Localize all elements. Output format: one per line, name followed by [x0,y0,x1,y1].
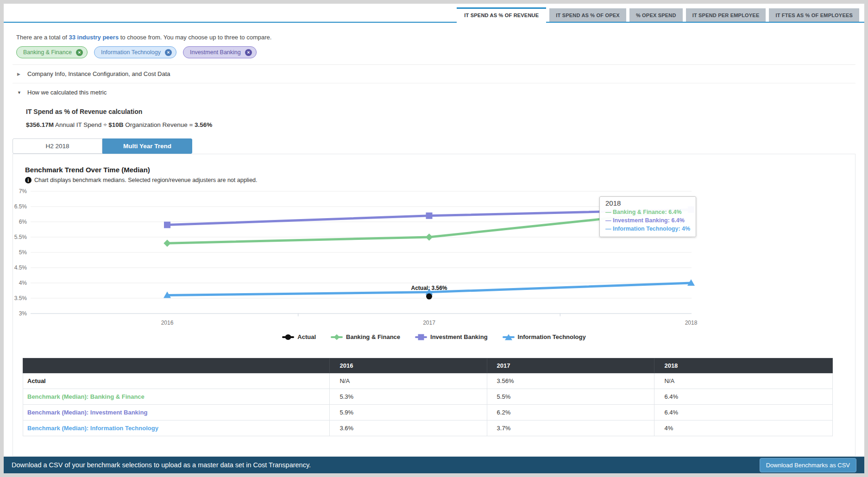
legend-diamond-marker [331,334,343,340]
formula-segment: $356.17M [26,121,54,128]
table-cell: 5.9% [330,405,487,421]
tooltip-item: — Banking & Finance: 6.4% [605,208,690,216]
calculation-formula: $356.17M Annual IT Spend ÷ $10B Organiza… [26,121,855,128]
chart-note: Chart displays benchmark medians. Select… [25,177,855,183]
svg-text:2016: 2016 [161,320,174,326]
chevron-right-icon: ▶ [17,72,22,76]
chip-remove-icon[interactable]: ✕ [165,49,172,56]
table-col-2018: 2018 [654,358,833,373]
peer-chip-investment-banking[interactable]: Investment Banking✕ [183,46,257,58]
legend-label: Investment Banking [430,333,488,340]
table-cell: 6.2% [487,405,654,421]
table-cell: 3.56% [487,373,654,389]
section-company-info[interactable]: ▶ Company Info, Instance Configuration, … [13,64,855,83]
legend-square-marker [415,334,427,340]
calculation-block: IT Spend as % of Revenue calculation $35… [26,108,855,128]
tooltip-item: — Investment Banking: 6.4% [605,216,690,225]
table-cell: 3.6% [330,421,487,436]
table-cell: 4% [654,421,833,436]
tab-it-spend-per-employee[interactable]: IT SPEND PER EMPLOYEE [686,8,766,22]
trend-chart[interactable]: 7%6.5%6%5.5%5%4.5%4%3.5%3%201620172018Ac… [13,186,855,329]
tab-opex-spend[interactable]: % OPEX SPEND [629,8,683,22]
peer-chips: Banking & Finance✕Information Technology… [16,46,855,58]
row-label: Benchmark (Median): Information Technolo… [23,421,330,436]
formula-segment: Annual IT Spend ÷ [54,121,108,128]
table-cell: 5.3% [330,389,487,405]
svg-text:5%: 5% [19,249,27,256]
table-header-row: 201620172018 [23,358,833,373]
formula-segment: Organization Revenue = [124,121,195,128]
svg-text:Actual: 3.56%: Actual: 3.56% [411,285,447,291]
table-col-labels [23,358,330,373]
svg-text:5.5%: 5.5% [14,234,27,240]
toggle-multi-year-trend[interactable]: Multi Year Trend [102,138,192,154]
svg-text:2017: 2017 [423,320,435,326]
chip-label: Banking & Finance [23,49,72,56]
chart-title: Benchmark Trend Over Time (Median) [25,166,855,174]
legend-marker-shape [285,334,291,340]
table-cell: N/A [654,373,833,389]
chip-label: Information Technology [101,49,161,56]
section-company-info-label: Company Info, Instance Configuration, an… [27,70,170,77]
period-toggle: H2 2018Multi Year Trend [13,138,192,154]
toggle-h2-2018[interactable]: H2 2018 [13,138,102,154]
table-cell: 6.4% [654,389,833,405]
legend-triangle-marker [503,334,515,340]
benchmark-table: 201620172018ActualN/A3.56%N/ABenchmark (… [23,358,833,436]
peer-chip-information-technology[interactable]: Information Technology✕ [94,46,176,58]
section-how-calculated-label: How we calculated this metric [27,89,107,96]
peer-chip-banking-finance[interactable]: Banking & Finance✕ [16,46,88,58]
table-row-benchmark-median-investment-banking: Benchmark (Median): Investment Banking5.… [23,405,833,421]
chart-tooltip: 2018— Banking & Finance: 6.4%— Investmen… [599,196,696,237]
table-row-benchmark-median-banking-finance: Benchmark (Median): Banking & Finance5.3… [23,389,833,405]
table-cell: 3.7% [487,421,654,436]
table-col-2017: 2017 [487,358,654,373]
legend-circle-marker [282,334,294,340]
legend-marker-shape [418,334,424,340]
table-cell: 6.4% [654,405,833,421]
svg-text:4.5%: 4.5% [14,264,27,271]
legend-label: Banking & Finance [346,333,400,340]
footer-bar: Download a CSV of your benchmark selecti… [4,457,864,473]
tooltip-title: 2018 [605,199,690,207]
svg-text:4%: 4% [19,280,27,286]
svg-text:7%: 7% [19,188,27,195]
legend-label: Actual [297,333,316,340]
chip-remove-icon[interactable]: ✕ [76,49,83,56]
info-icon [25,177,31,183]
legend-item-investment-banking[interactable]: Investment Banking [415,333,488,340]
calculation-title: IT Spend as % of Revenue calculation [26,108,855,115]
download-csv-button[interactable]: Download Benchmarks as CSV [760,458,856,472]
table-cell: N/A [330,373,487,389]
formula-segment: 3.56% [195,121,212,128]
chart-canvas[interactable]: 7%6.5%6%5.5%5%4.5%4%3.5%3%201620172018Ac… [13,186,855,329]
section-how-calculated[interactable]: ▼ How we calculated this metric [13,83,855,101]
legend-marker-shape [505,334,512,340]
chart-svg[interactable]: 7%6.5%6%5.5%5%4.5%4%3.5%3%201620172018Ac… [13,186,863,329]
chip-label: Investment Banking [190,49,241,56]
svg-text:2018: 2018 [685,320,698,326]
legend-item-banking-finance[interactable]: Banking & Finance [331,333,400,340]
tab-it-spend-as-of-opex[interactable]: IT SPEND AS % OF OPEX [549,8,626,22]
peers-note: There are a total of 33 industry peers t… [16,34,855,41]
formula-segment: $10B [108,121,123,128]
benchmark-panel: Benchmark Trend Over Time (Median) Chart… [13,154,855,456]
legend-item-actual[interactable]: Actual [282,333,316,340]
svg-text:6.5%: 6.5% [14,203,27,210]
tab-it-spend-as-of-revenue[interactable]: IT SPEND AS % OF REVENUE [457,7,546,23]
table-row-benchmark-median-information-technology: Benchmark (Median): Information Technolo… [23,421,833,436]
peers-note-prefix: There are a total of [16,34,69,41]
tab-it-ftes-as-of-employees[interactable]: IT FTES AS % OF EMPLOYEES [769,8,859,22]
industry-peers-link[interactable]: 33 industry peers [69,34,119,41]
peers-note-suffix: to choose from. You may choose up to thr… [119,34,271,41]
legend-item-information-technology[interactable]: Information Technology [503,333,586,340]
chart-note-text: Chart displays benchmark medians. Select… [34,177,258,183]
svg-text:3.5%: 3.5% [14,295,27,301]
app-window: IT SPEND AS % OF REVENUEIT SPEND AS % OF… [4,4,864,473]
row-label: Actual [23,373,330,389]
chevron-down-icon: ▼ [17,90,22,95]
chip-remove-icon[interactable]: ✕ [245,49,252,56]
svg-text:6%: 6% [19,219,27,225]
main-content: There are a total of 33 industry peers t… [4,23,864,457]
chart-header: Benchmark Trend Over Time (Median) Chart… [13,154,855,183]
